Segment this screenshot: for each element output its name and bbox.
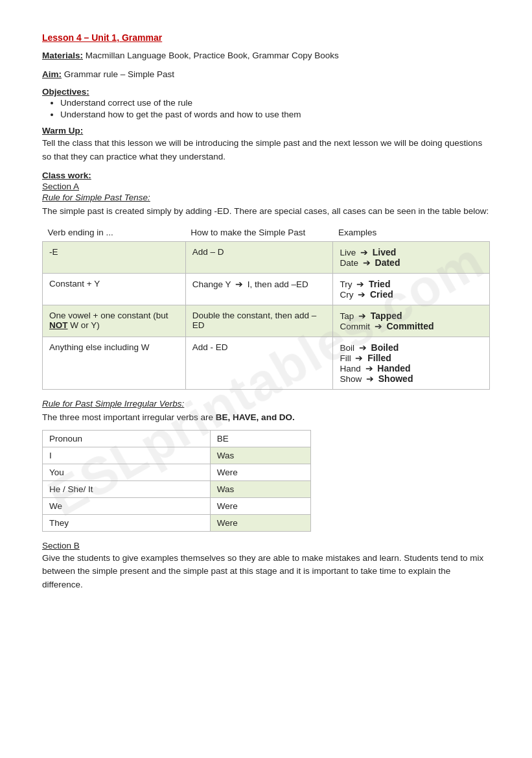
- rule2-label: Rule for Past Simple Irregular Verbs:: [42, 399, 490, 409]
- aim-section: Aim: Grammar rule – Simple Past: [42, 68, 490, 82]
- table-row: Constant + YChange Y ➔ I, then add –EDTr…: [43, 273, 490, 305]
- be-cell: Was: [210, 480, 310, 497]
- pronoun-cell: He / She/ It: [43, 480, 211, 497]
- table-row: Anything else including WAdd - EDBoil ➔ …: [43, 337, 490, 389]
- irr-table-row: WeWere: [43, 497, 311, 514]
- rule2-text: The three most important irregular verbs…: [42, 411, 490, 425]
- how-to-cell: Double the constant, then add – ED: [185, 305, 333, 337]
- classwork-label: Class work:: [42, 171, 490, 180]
- objective-item-2: Understand how to get the past of words …: [60, 110, 490, 119]
- rule1-label: Rule for Simple Past Tense:: [42, 193, 490, 202]
- section-a-label: Section A: [42, 182, 490, 191]
- be-cell: Were: [210, 514, 310, 531]
- aim-label: Aim:: [42, 69, 62, 79]
- irr-header-be: BE: [210, 430, 310, 447]
- irr-table-row: IWas: [43, 447, 311, 464]
- warmup-text: Tell the class that this lesson we will …: [42, 137, 490, 164]
- table-header-verb: Verb ending in ...: [43, 224, 186, 242]
- objectives-list: Understand correct use of the rule Under…: [60, 98, 490, 119]
- verb-ending-cell: One vowel + one constant (but NOT W or Y…: [43, 305, 186, 337]
- table-row: One vowel + one constant (but NOT W or Y…: [43, 305, 490, 337]
- be-cell: Were: [210, 464, 310, 480]
- grammar-table: Verb ending in ... How to make the Simpl…: [42, 224, 490, 390]
- how-to-cell: Add – D: [185, 241, 333, 273]
- examples-cell: Try ➔ TriedCry ➔ Cried: [333, 273, 490, 305]
- lesson-title: Lesson 4 – Unit 1, Grammar: [42, 32, 490, 43]
- how-to-cell: Change Y ➔ I, then add –ED: [185, 273, 333, 305]
- table-header-examples: Examples: [333, 224, 490, 242]
- irregular-verbs-table: Pronoun BE IWasYouWereHe / She/ ItWasWeW…: [42, 430, 311, 532]
- section-b-text: Give the students to give examples thems…: [42, 552, 490, 593]
- objectives-label: Objectives:: [42, 87, 490, 97]
- materials-label: Materials:: [42, 51, 83, 60]
- be-cell: Were: [210, 497, 310, 514]
- examples-cell: Live ➔ LivedDate ➔ Dated: [333, 241, 490, 273]
- pronoun-cell: You: [43, 464, 211, 480]
- lesson-title-section: Lesson 4 – Unit 1, Grammar: [42, 32, 490, 43]
- verb-ending-cell: Anything else including W: [43, 337, 186, 389]
- table-header-how: How to make the Simple Past: [185, 224, 333, 242]
- pronoun-cell: We: [43, 497, 211, 514]
- warmup-label: Warm Up:: [42, 126, 490, 136]
- warmup-section: Warm Up: Tell the class that this lesson…: [42, 126, 490, 164]
- irr-table-row: He / She/ ItWas: [43, 480, 311, 497]
- examples-cell: Tap ➔ TappedCommit ➔ Committed: [333, 305, 490, 337]
- rule1-text: The simple past is created simply by add…: [42, 205, 490, 219]
- pronoun-cell: They: [43, 514, 211, 531]
- how-to-cell: Add - ED: [185, 337, 333, 389]
- aim-text: Grammar rule – Simple Past: [64, 69, 174, 79]
- materials-text: Macmillan Language Book, Practice Book, …: [86, 51, 339, 60]
- table-row: -EAdd – DLive ➔ LivedDate ➔ Dated: [43, 241, 490, 273]
- examples-cell: Boil ➔ BoiledFill ➔ FilledHand ➔ HandedS…: [333, 337, 490, 389]
- objective-item-1: Understand correct use of the rule: [60, 98, 490, 108]
- classwork-section: Class work: Section A Rule for Simple Pa…: [42, 171, 490, 593]
- materials-section: Materials: Macmillan Language Book, Prac…: [42, 49, 490, 63]
- objectives-section: Objectives: Understand correct use of th…: [42, 87, 490, 119]
- irr-header-pronoun: Pronoun: [43, 430, 211, 447]
- section-b-label: Section B: [42, 541, 490, 551]
- pronoun-cell: I: [43, 447, 211, 464]
- be-cell: Was: [210, 447, 310, 464]
- verb-ending-cell: -E: [43, 241, 186, 273]
- irr-table-row: YouWere: [43, 464, 311, 480]
- verb-ending-cell: Constant + Y: [43, 273, 186, 305]
- irr-table-row: TheyWere: [43, 514, 311, 531]
